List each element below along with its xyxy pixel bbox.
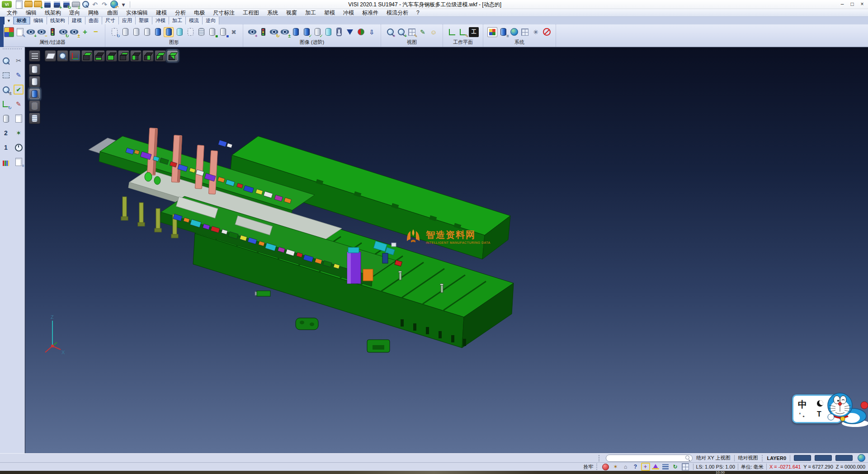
world-view-icon[interactable] [509, 27, 519, 37]
tab-machining[interactable]: 加工 [169, 17, 186, 24]
view-bottom-icon[interactable] [94, 50, 105, 62]
menu-item[interactable]: 视窗 [282, 9, 301, 17]
ghost-mode-icon[interactable] [29, 100, 40, 112]
refresh-image-icon[interactable]: ↻ [269, 27, 279, 37]
tab-flow[interactable]: 模流 [186, 17, 203, 24]
hidden-line-mode-icon[interactable] [29, 76, 40, 87]
window-select-icon[interactable] [1, 70, 11, 80]
dynamic-hidden-icon[interactable] [142, 27, 152, 37]
grid-plane-icon[interactable] [681, 463, 690, 471]
dynamic-axes-icon[interactable]: ↻ [1, 99, 11, 109]
view-mode-label[interactable]: 绝对视图 [738, 455, 758, 461]
menu-item[interactable]: 实体编辑 [122, 9, 152, 17]
tab-dimension[interactable]: 尺寸 [102, 17, 119, 24]
menu-item[interactable]: ? [412, 9, 424, 17]
box-display-icon[interactable]: ■ [207, 27, 217, 37]
ucs-axes-icon[interactable] [69, 50, 80, 62]
solid-view-icon[interactable] [291, 27, 301, 37]
search-input[interactable] [610, 455, 685, 461]
examine-icon[interactable] [57, 50, 68, 62]
redo-icon[interactable]: ↷ [100, 0, 108, 9]
web-history-icon[interactable]: ↶ [110, 0, 118, 9]
second-point-icon[interactable]: 2 [1, 128, 11, 138]
shaded-view-icon[interactable] [1, 114, 11, 123]
import-file-icon[interactable]: + [34, 0, 42, 9]
edit-attributes-icon[interactable] [4, 27, 14, 37]
menu-item[interactable]: 逆向 [65, 9, 84, 17]
view-iso-icon[interactable] [155, 50, 166, 62]
tab-surface[interactable]: 曲面 [85, 17, 102, 24]
help-icon[interactable]: ? [631, 463, 640, 471]
menu-item[interactable]: 模流分析 [382, 9, 412, 17]
ghost-display-icon[interactable] [185, 27, 195, 37]
active-layer-label[interactable]: LAYER0 [767, 455, 786, 461]
save-all-icon[interactable]: ↻ [62, 0, 71, 9]
histogram-icon[interactable] [1, 157, 11, 167]
view-top-icon[interactable] [81, 50, 93, 62]
menu-item[interactable]: 线架构 [41, 9, 65, 17]
tab-wireframe[interactable]: 线架构 [47, 17, 69, 24]
auto-rotate-icon[interactable]: ↻ [671, 463, 680, 471]
undo-icon[interactable]: ↶ [91, 0, 99, 9]
tab-edit[interactable]: 编辑 [30, 17, 47, 24]
maximize-button[interactable]: □ [847, 0, 857, 8]
examine-view-icon[interactable]: ✶ [385, 27, 395, 37]
menu-item[interactable]: 冲模 [339, 9, 358, 17]
menu-item[interactable]: 加工 [301, 9, 320, 17]
view-grid-icon[interactable]: ✎ [407, 27, 417, 37]
clipboard-icon[interactable]: ≡ [14, 157, 24, 167]
menu-item[interactable]: 网格 [84, 9, 103, 17]
viewport-canvas[interactable]: Z X 智造资料网 INTELLIGENT MANUFACTURING DATA [25, 47, 868, 453]
tab-standard[interactable]: 标准 [14, 17, 30, 24]
toggle-visibility-icon[interactable]: ± [69, 27, 79, 37]
workplane-indicator-icon[interactable] [651, 463, 660, 471]
menu-item[interactable]: 文件 [3, 9, 22, 17]
tab-reverse[interactable]: 逆向 [203, 17, 219, 24]
new-file-icon[interactable] [15, 0, 23, 9]
system-settings-icon[interactable]: ✳ [531, 27, 541, 37]
home-icon[interactable]: ⌂ [621, 463, 630, 471]
menu-item[interactable]: 尺寸标注 [209, 9, 239, 17]
zoom-window-icon[interactable]: + [396, 27, 406, 37]
fast-display-icon[interactable]: ■ [218, 27, 228, 37]
display-settings-icon[interactable]: ✖ [229, 27, 239, 37]
document-icon[interactable] [14, 114, 24, 123]
line-style-swatch[interactable] [815, 455, 832, 461]
section-cone-icon[interactable] [345, 27, 355, 37]
wand-icon[interactable]: ✶ [611, 463, 620, 471]
grid-settings-icon[interactable] [520, 27, 530, 37]
edit-workplane-icon[interactable]: ✎ [458, 27, 468, 37]
ime-mode-button[interactable]: 中 [798, 398, 807, 411]
transparent-view-icon[interactable] [323, 27, 333, 37]
qat-menu-icon[interactable]: ▾ [119, 0, 127, 9]
hide-all-icon[interactable]: − [91, 27, 101, 37]
menu-item[interactable]: 编辑 [22, 9, 41, 17]
star-select-icon[interactable]: ✶ [14, 128, 24, 138]
view-orientation-label[interactable]: 绝对 XY 上视图 [696, 455, 731, 461]
shaded-icon[interactable] [153, 27, 163, 37]
tab-application[interactable]: 应用 [119, 17, 136, 24]
menu-item[interactable]: 工程图 [239, 9, 263, 17]
ime-punctuation-button[interactable]: ＇。 [797, 411, 808, 419]
workplane-manager-icon[interactable]: 工 [469, 27, 479, 37]
menu-item[interactable]: 分析 [171, 9, 190, 17]
create-workplane-icon[interactable] [447, 27, 457, 37]
image-export-icon[interactable]: ⇩ [367, 27, 377, 37]
section-mode-icon[interactable] [29, 113, 40, 124]
shading-analysis-icon[interactable] [356, 27, 366, 37]
solid-edges-icon[interactable]: ✓ [302, 27, 311, 37]
wireframe-mode-icon[interactable] [29, 64, 40, 75]
hide-entities-icon[interactable]: − [37, 27, 47, 37]
close-button[interactable]: × [857, 0, 867, 8]
tab-stamping[interactable]: 冲模 [152, 17, 169, 24]
taskbar-sliver[interactable]: 10.00 [0, 471, 868, 474]
minimize-button[interactable]: – [837, 0, 847, 8]
show-entities-icon[interactable]: + [26, 27, 36, 37]
shaded-mode-icon[interactable] [29, 88, 40, 100]
first-point-icon[interactable]: 1 [1, 142, 11, 152]
hidden-line-icon[interactable] [131, 27, 141, 37]
view-back-icon[interactable] [118, 50, 129, 62]
trim-icon[interactable]: ✂ [14, 56, 24, 66]
line-weight-swatch[interactable] [835, 455, 853, 461]
status-drag-handle[interactable] [599, 455, 601, 461]
